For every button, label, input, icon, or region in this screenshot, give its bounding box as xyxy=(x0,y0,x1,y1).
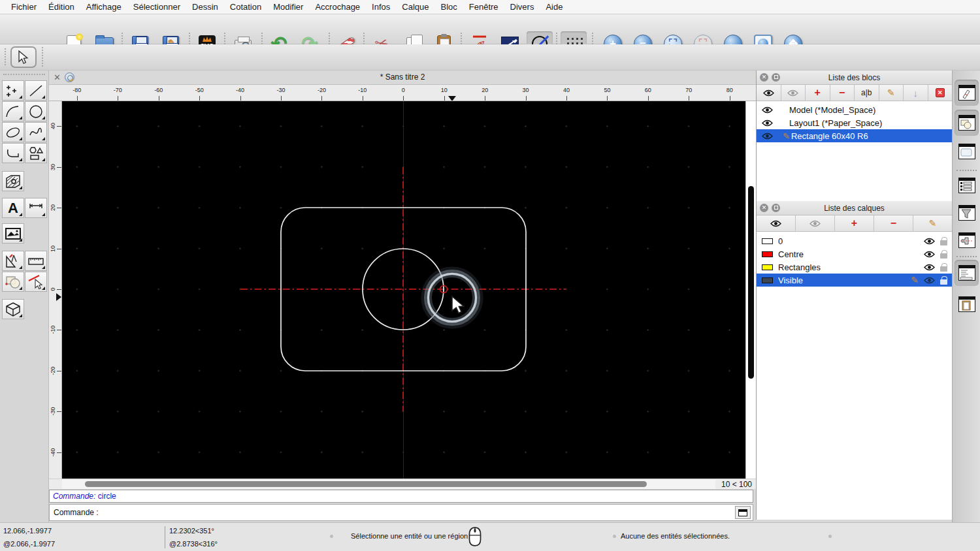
selection-info: Aucune des entités sélectionnées. xyxy=(621,532,730,540)
menu-modifier[interactable]: Modifier xyxy=(267,0,309,14)
blocks-rename-button[interactable]: a|b xyxy=(855,85,879,101)
dock-filter-panel-button[interactable] xyxy=(955,200,979,226)
vruler-cursor-marker xyxy=(56,293,61,301)
arc-tool-button[interactable] xyxy=(2,101,24,121)
menu-infos[interactable]: Infos xyxy=(366,0,396,14)
eye-icon[interactable] xyxy=(762,133,773,140)
tab-close-icon[interactable]: ✕ xyxy=(54,72,61,82)
vertical-scrollbar[interactable] xyxy=(745,101,756,479)
menu-aide[interactable]: Aide xyxy=(540,0,568,14)
block-label: Model (*Model_Space) xyxy=(789,105,875,115)
layers-panel-float-icon[interactable] xyxy=(772,204,780,212)
measure-tool-button[interactable] xyxy=(25,251,47,271)
vertical-scrollbar-thumb[interactable] xyxy=(748,186,754,379)
blocks-panel-close-icon[interactable]: ✕ xyxy=(760,73,768,82)
menu-cotation[interactable]: Cotation xyxy=(224,0,267,14)
blocks-panel-icon xyxy=(958,115,975,131)
command-history: Commande: circle xyxy=(49,490,753,503)
polyline-tool-button[interactable] xyxy=(2,143,24,163)
layer-edit-pencil-icon: ✎ xyxy=(911,275,919,285)
menu-affichage[interactable]: Affichage xyxy=(80,0,127,14)
dock-clipboard-panel-button[interactable] xyxy=(955,291,979,317)
shapes-tool-button[interactable] xyxy=(25,143,47,163)
layer-row-centre[interactable]: Centre xyxy=(757,247,953,260)
lock-icon[interactable] xyxy=(940,237,947,245)
blocks-show-all-button[interactable] xyxy=(757,85,781,101)
layers-remove-button[interactable]: − xyxy=(874,215,913,231)
layer-row-visible[interactable]: Visible ✎ xyxy=(757,274,953,287)
dock-properties-panel-button[interactable] xyxy=(955,138,979,165)
eye-icon[interactable] xyxy=(762,106,773,114)
dock-library-panel-button[interactable] xyxy=(955,172,979,198)
blocks-hide-all-button[interactable] xyxy=(781,85,806,101)
layer-row-0[interactable]: 0 xyxy=(757,234,953,247)
image-icon xyxy=(5,227,22,241)
text-tool-button[interactable]: A xyxy=(2,198,24,218)
menu-fichier[interactable]: Fichier xyxy=(5,0,42,14)
console-toggle-button[interactable] xyxy=(735,506,751,519)
menu-divers[interactable]: Divers xyxy=(504,0,540,14)
block-row-layout1[interactable]: Layout1 (*Paper_Space) xyxy=(757,116,953,129)
eye-icon[interactable] xyxy=(924,264,935,271)
document-title: * Sans titre 2 xyxy=(49,71,756,84)
block-row-rectangle-60x40-r6[interactable]: ✎ Rectangle 60x40 R6 xyxy=(757,129,953,142)
command-input[interactable] xyxy=(104,505,735,520)
blocks-add-button[interactable]: + xyxy=(806,85,830,101)
lock-icon[interactable] xyxy=(940,263,947,272)
lock-icon[interactable] xyxy=(940,250,947,259)
menu-accrochage[interactable]: Accrochage xyxy=(309,0,366,14)
horizontal-scrollbar[interactable]: 10 < 100 xyxy=(49,479,756,489)
hruler-tick-label: 60 xyxy=(645,87,651,93)
blocks-insert-button[interactable]: ↓ xyxy=(904,85,928,101)
lock-icon[interactable] xyxy=(940,276,947,285)
block-row-model[interactable]: Model (*Model_Space) xyxy=(757,103,953,116)
hruler-tick-label: 10 xyxy=(441,87,448,93)
menu-edition[interactable]: Édition xyxy=(42,0,80,14)
image-tool-button[interactable] xyxy=(2,223,24,244)
eye-icon[interactable] xyxy=(924,277,935,284)
eye-icon[interactable] xyxy=(924,251,935,258)
layers-hide-all-button[interactable] xyxy=(796,215,835,231)
menu-dessin[interactable]: Dessin xyxy=(186,0,224,14)
layers-edit-button[interactable]: ✎ xyxy=(913,215,952,231)
dock-pen-panel-button[interactable] xyxy=(955,80,979,106)
order-tool-button[interactable] xyxy=(2,272,24,292)
blocks-remove-button[interactable]: − xyxy=(830,85,855,101)
blocks-edit-button[interactable]: ✎ xyxy=(879,85,904,101)
horizontal-scrollbar-thumb[interactable] xyxy=(85,481,647,487)
ellipse-tool-button[interactable] xyxy=(2,122,24,142)
layers-show-all-button[interactable] xyxy=(757,215,796,231)
select-tool-button[interactable] xyxy=(10,46,37,68)
layers-panel-close-icon[interactable]: ✕ xyxy=(760,204,768,212)
eye-icon[interactable] xyxy=(924,238,935,245)
blocks-panel-float-icon[interactable] xyxy=(772,73,780,82)
deselect-arrow-icon xyxy=(27,274,44,290)
drawing-canvas[interactable] xyxy=(62,101,745,479)
deselect-tool-button[interactable] xyxy=(25,272,47,292)
3d-box-tool-button[interactable] xyxy=(2,299,24,319)
menu-bloc[interactable]: Bloc xyxy=(434,0,463,14)
eye-icon[interactable] xyxy=(762,119,773,127)
spline-tool-button[interactable] xyxy=(25,122,47,142)
circle-tool-button[interactable] xyxy=(25,101,47,121)
blocks-delete-button[interactable]: ✕ xyxy=(928,85,953,101)
hatch-tool-button[interactable] xyxy=(2,171,24,191)
blocks-panel-title: Liste des blocs xyxy=(828,73,880,82)
line-tool-button[interactable] xyxy=(25,80,47,101)
layers-add-button[interactable]: + xyxy=(835,215,874,231)
dock-widget-strip xyxy=(952,71,980,522)
layer-color-swatch xyxy=(762,264,773,270)
dimension-tool-button[interactable] xyxy=(25,198,47,218)
menu-selectionner[interactable]: Sélectionner xyxy=(127,0,186,14)
menu-calque[interactable]: Calque xyxy=(396,0,434,14)
vruler-tick-label: 10 xyxy=(50,245,56,252)
dock-blocks-panel-button[interactable] xyxy=(955,110,979,136)
hruler-tick-label: 30 xyxy=(523,87,529,93)
dock-command-panel-button[interactable] xyxy=(955,260,979,286)
cube-icon xyxy=(5,301,22,318)
menu-fenetre[interactable]: Fenêtre xyxy=(463,0,504,14)
points-tool-button[interactable] xyxy=(2,80,24,101)
layer-row-rectangles[interactable]: Rectangles xyxy=(757,260,953,274)
dock-pen-widget-button[interactable] xyxy=(955,227,979,253)
modify-tool-button[interactable] xyxy=(2,251,24,271)
